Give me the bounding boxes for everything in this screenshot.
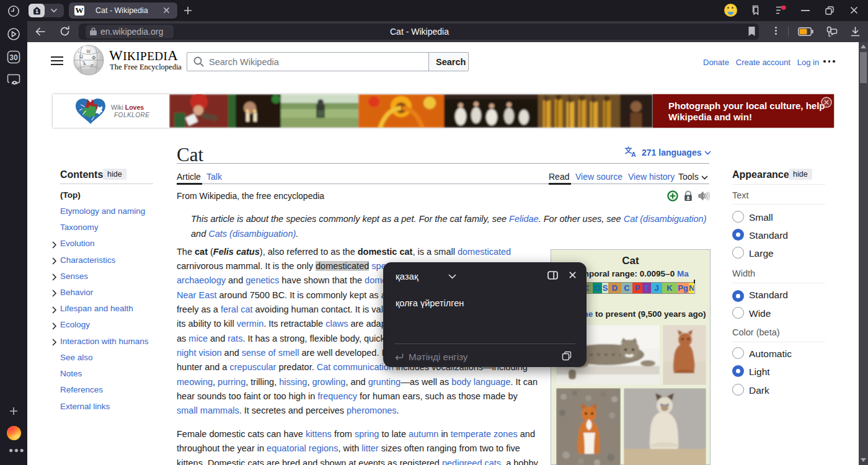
svg-text:30: 30: [9, 53, 18, 62]
svg-text:ק: ק: [91, 63, 93, 68]
svg-text:A: A: [631, 151, 636, 157]
svg-text:1: 1: [35, 8, 38, 14]
svg-text:Ф: Ф: [92, 55, 95, 61]
svg-text:W: W: [86, 49, 91, 55]
svg-text:Ъ: Ъ: [82, 61, 86, 66]
svg-text:Ω: Ω: [79, 54, 83, 60]
